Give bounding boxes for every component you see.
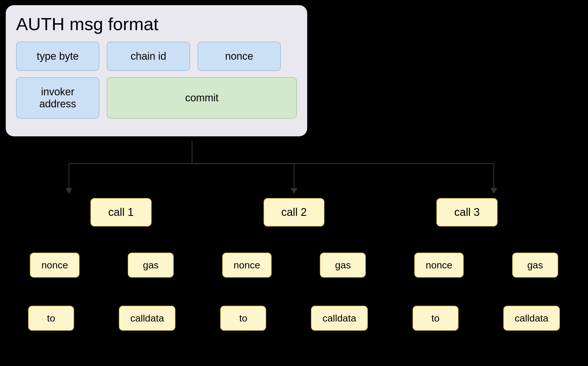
gas1-box: gas [128,253,174,278]
nonce1-box: nonce [30,253,80,278]
invoker-address-box: invoker address [16,77,99,119]
svg-marker-8 [291,188,297,194]
auth-row-2: invoker address commit [16,77,297,119]
gas2-box: gas [320,253,366,278]
calldata3-box: calldata [503,306,560,331]
svg-marker-7 [65,188,72,194]
nonce-top-box: nonce [198,42,281,71]
auth-row-1: type byte chain id nonce [16,42,297,71]
type-byte-box: type byte [16,42,99,71]
call1-box: call 1 [90,198,152,226]
calldata1-box: calldata [119,306,175,331]
gas3-box: gas [512,253,558,278]
nonce-gas-row: nonce gas nonce gas nonce gas [0,253,588,278]
call3-box: call 3 [436,198,498,226]
to3-box: to [413,306,459,331]
auth-panel: AUTH msg format type byte chain id nonce… [6,5,307,136]
chain-id-box: chain id [107,42,190,71]
calldata2-box: calldata [311,306,368,331]
nonce2-box: nonce [222,253,272,278]
nonce3-box: nonce [414,253,464,278]
auth-title: AUTH msg format [16,14,297,34]
call-row: call 1 call 2 call 3 [0,198,588,226]
to-calldata-row: to calldata to calldata to calldata [0,306,588,331]
to2-box: to [220,306,266,331]
to1-box: to [28,306,74,331]
connector-lines [0,141,588,204]
call2-box: call 2 [264,198,325,226]
svg-marker-9 [490,188,497,194]
commit-box: commit [107,77,297,119]
